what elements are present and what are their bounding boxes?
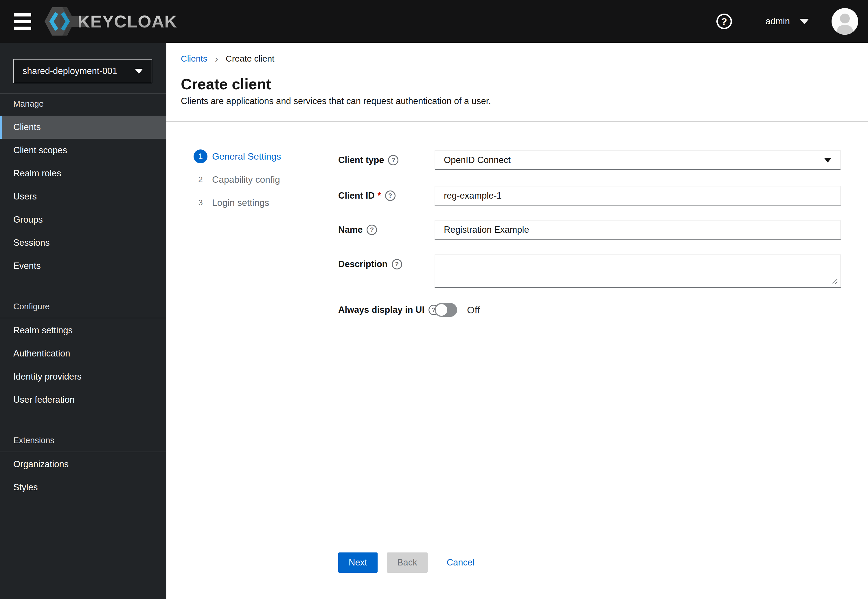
nav-section-manage: Manage xyxy=(0,99,166,109)
client-type-help-icon[interactable]: ? xyxy=(388,155,399,166)
wizard-divider xyxy=(324,136,325,587)
sidebar: shared-deployment-001 Manage Clients Cli… xyxy=(0,43,166,599)
sidebar-item-sessions[interactable]: Sessions xyxy=(0,231,166,254)
wizard-step-label: Capability config xyxy=(212,174,280,185)
breadcrumb-separator-icon: › xyxy=(215,54,218,63)
hamburger-bar xyxy=(14,13,31,17)
client-type-select[interactable]: OpenID Connect xyxy=(435,151,841,170)
user-menu[interactable]: admin xyxy=(765,16,790,27)
sidebar-item-user-federation[interactable]: User federation xyxy=(0,388,166,411)
next-button[interactable]: Next xyxy=(338,552,377,573)
sidebar-item-organizations[interactable]: Organizations xyxy=(0,453,166,476)
masthead-right: ? admin xyxy=(716,0,868,43)
user-menu-caret-icon[interactable] xyxy=(800,19,809,24)
wizard-step-number: 1 xyxy=(193,149,207,163)
realm-selector[interactable]: shared-deployment-001 xyxy=(13,59,152,83)
cancel-link[interactable]: Cancel xyxy=(447,557,475,568)
nav-divider xyxy=(0,452,166,452)
page-subtitle: Clients are applications and services th… xyxy=(181,96,491,106)
nav-section-extensions: Extensions xyxy=(0,436,166,445)
name-label: Name xyxy=(338,224,362,235)
brand-text: KEYCLOAK xyxy=(77,12,177,31)
sidebar-item-authentication[interactable]: Authentication xyxy=(0,342,166,365)
hamburger-bar xyxy=(14,27,31,30)
breadcrumb-clients-link[interactable]: Clients xyxy=(181,54,207,63)
wizard-nav: 1 General Settings 2 Capability config 3… xyxy=(193,145,281,214)
masthead: KEYCLOAK ? admin xyxy=(0,0,868,43)
description-textarea[interactable] xyxy=(435,254,841,287)
help-icon[interactable]: ? xyxy=(716,14,732,29)
sidebar-item-realm-roles[interactable]: Realm roles xyxy=(0,162,166,185)
hamburger-menu-icon[interactable] xyxy=(14,13,31,30)
client-type-value: OpenID Connect xyxy=(444,155,511,166)
wizard-step-login-settings[interactable]: 3 Login settings xyxy=(193,191,281,214)
wizard-actions: Next Back Cancel xyxy=(338,552,474,573)
wizard-step-capability-config[interactable]: 2 Capability config xyxy=(193,168,281,191)
avatar-person-icon xyxy=(832,8,858,35)
hamburger-bar xyxy=(14,20,31,23)
wizard-step-number: 2 xyxy=(193,173,207,187)
wizard-step-label: General Settings xyxy=(212,151,281,162)
main-content: Clients › Create client Create client Cl… xyxy=(166,43,868,599)
description-help-icon[interactable]: ? xyxy=(392,259,402,269)
sidebar-item-clients[interactable]: Clients xyxy=(0,116,166,139)
client-id-row: Client ID * ? xyxy=(338,186,841,206)
wizard-step-general-settings[interactable]: 1 General Settings xyxy=(193,145,281,168)
content-divider xyxy=(166,121,868,122)
wizard-step-label: Login settings xyxy=(212,197,269,208)
realm-name: shared-deployment-001 xyxy=(23,66,117,76)
client-type-label: Client type xyxy=(338,155,384,166)
required-asterisk: * xyxy=(377,191,381,201)
toggle-state-label: Off xyxy=(467,304,480,316)
sidebar-item-identity-providers[interactable]: Identity providers xyxy=(0,365,166,388)
description-row: Description ? xyxy=(338,254,841,287)
breadcrumb: Clients › Create client xyxy=(181,54,274,63)
client-id-help-icon[interactable]: ? xyxy=(385,191,396,201)
client-type-row: Client type ? OpenID Connect xyxy=(338,151,841,170)
sidebar-item-users[interactable]: Users xyxy=(0,185,166,208)
keycloak-logo-icon: KEYCLOAK xyxy=(44,6,180,37)
wizard-step-number: 3 xyxy=(193,196,207,209)
description-label: Description xyxy=(338,259,388,269)
always-display-label: Always display in UI xyxy=(338,305,424,315)
always-display-row: Always display in UI ? Off xyxy=(338,303,480,317)
nav-divider xyxy=(0,318,166,318)
page-title: Create client xyxy=(181,75,271,93)
client-id-input[interactable] xyxy=(435,186,841,206)
sidebar-item-client-scopes[interactable]: Client scopes xyxy=(0,139,166,162)
sidebar-item-styles[interactable]: Styles xyxy=(0,476,166,499)
client-id-label: Client ID xyxy=(338,191,375,201)
keycloak-logo[interactable]: KEYCLOAK xyxy=(44,6,180,37)
nav-section-configure: Configure xyxy=(0,302,166,312)
name-help-icon[interactable]: ? xyxy=(367,224,377,235)
select-caret-icon xyxy=(824,158,832,163)
back-button[interactable]: Back xyxy=(387,552,428,573)
nav-divider xyxy=(0,93,166,94)
sidebar-item-realm-settings[interactable]: Realm settings xyxy=(0,319,166,342)
toggle-knob xyxy=(436,304,447,316)
always-display-toggle[interactable] xyxy=(435,303,457,317)
breadcrumb-current: Create client xyxy=(226,54,274,63)
name-input[interactable] xyxy=(435,220,841,240)
sidebar-item-events[interactable]: Events xyxy=(0,254,166,277)
realm-caret-icon xyxy=(135,69,143,74)
name-row: Name ? xyxy=(338,220,841,240)
sidebar-item-groups[interactable]: Groups xyxy=(0,208,166,231)
avatar[interactable] xyxy=(832,8,858,35)
